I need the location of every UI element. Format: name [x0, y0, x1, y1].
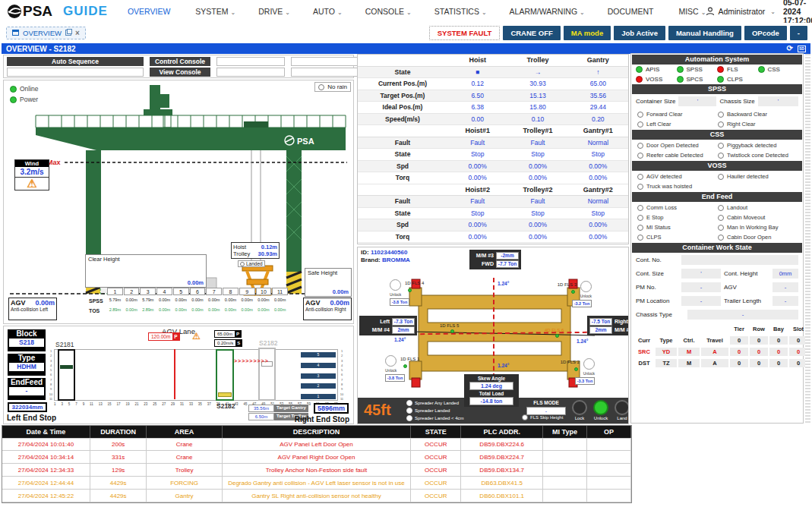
radio-item[interactable]: Cabin Door Open — [718, 234, 797, 241]
nav-item[interactable]: MISC⌄ — [678, 7, 706, 16]
tos-height: 0.00m — [256, 307, 272, 312]
display-icon[interactable]: SD — [798, 46, 806, 52]
user-icon — [706, 7, 715, 16]
corner-post — [409, 361, 422, 379]
radio-item[interactable]: Piggyback detected — [718, 142, 797, 149]
user-menu[interactable]: Administrator ⌄ — [706, 7, 776, 16]
alarm-column-header: MI Type — [543, 426, 587, 439]
radio-item[interactable]: Right Clear — [718, 121, 797, 128]
skew-angle-marker: 1.24° — [498, 281, 509, 286]
view-console-button[interactable]: View Console — [150, 68, 210, 77]
status-button[interactable]: SYSTEM FAULT — [429, 26, 501, 40]
auto-sequence-button[interactable]: Auto Sequence — [7, 57, 144, 66]
left-end-stop-label: Left End Stop — [7, 414, 56, 422]
nav-item[interactable]: ALARM/WARNING⌄ — [510, 7, 585, 16]
tos-height: 0.00m — [156, 307, 172, 312]
skew-angle-marker: 1.24° — [498, 363, 509, 368]
tos-row-label: TOS — [89, 308, 100, 313]
alarm-column-header: STATE — [411, 426, 461, 439]
radio-item[interactable]: AGV detected — [637, 173, 716, 180]
refresh-icon[interactable]: ⟳ — [787, 45, 793, 52]
cont-no-row: Cont. No. — [631, 253, 803, 266]
radio-item[interactable]: Man In Working Bay — [718, 224, 797, 231]
alarm-column-header: DESCRIPTION — [223, 426, 411, 439]
cont-size-value: ' — [681, 269, 721, 279]
chevron-down-icon: ⌄ — [482, 9, 487, 16]
unlock-button[interactable] — [593, 400, 608, 415]
twistlock-tl: 1D FLS 4 Unlock -3.8 Ton — [390, 279, 409, 306]
lock-button[interactable] — [572, 400, 587, 415]
console-field-1[interactable] — [216, 57, 285, 66]
twistlock-bl: 1D FLS 1 Unlock -3.8 Ton — [385, 355, 405, 382]
table-row: Torq 0.00% 0.00% 0.00% — [358, 172, 628, 184]
spreader-radio[interactable]: Spreader Landed — [406, 408, 464, 414]
radio-item[interactable]: Forward Clear — [637, 111, 716, 118]
voss-header: VOSS — [632, 161, 802, 171]
slot-number: 4 — [156, 288, 172, 295]
spreader-landed-radios: Spreader Any LandedSpreader LandedSpread… — [406, 400, 464, 421]
console-field-2[interactable] — [291, 57, 361, 66]
status-button[interactable]: OPcode — [744, 26, 787, 40]
status-button[interactable]: MA mode — [564, 26, 611, 40]
status-button[interactable]: CRANE OFF — [503, 26, 560, 40]
console-field-3[interactable] — [7, 68, 144, 77]
nav-item[interactable]: DOCUMENT — [608, 7, 656, 16]
nav-item[interactable]: CONSOLE⌄ — [365, 7, 412, 16]
table-row: State Stop Stop Stop — [358, 208, 628, 220]
nav-item[interactable]: STATISTICS⌄ — [434, 7, 487, 16]
alarm-row[interactable]: 27/04/2024 12:44:44 4429s FORCING Degrad… — [2, 477, 631, 490]
spreader-radio[interactable]: Spreader Landed < 4cm — [406, 415, 464, 421]
scrollbar[interactable] — [805, 54, 810, 424]
skew-angle-marker: 1.24° — [577, 339, 588, 344]
control-console-button[interactable]: Control Console — [150, 57, 210, 66]
radio-item[interactable]: Landout — [718, 204, 797, 211]
spreader-radio[interactable]: Spreader Any Landed — [406, 400, 464, 406]
fls-ml-label: 1D FLS 5 — [440, 323, 459, 328]
cont-no-value[interactable] — [681, 255, 798, 265]
land-button[interactable] — [615, 400, 629, 415]
radio-item[interactable]: MI Status — [637, 224, 716, 231]
status-button[interactable]: Job Active — [614, 26, 665, 40]
status-button[interactable]: Manual Handling — [668, 26, 741, 40]
alarm-row[interactable]: 27/04/2024 12:34:33 129s Trolley Trolley… — [2, 464, 631, 477]
spss-heights: 5.79m0.00m5.79m0.00m0.00m0.00m0.00m0.00m… — [107, 298, 288, 302]
trolley-position: 30.93m — [258, 250, 277, 257]
radio-item[interactable]: Left Clear — [637, 121, 716, 128]
nav-item[interactable]: DRIVE⌄ — [258, 7, 290, 16]
status-led — [677, 66, 684, 73]
radio-item[interactable]: Comm Loss — [637, 204, 716, 211]
nav-item[interactable]: AUTO⌄ — [313, 7, 343, 16]
tab-overview[interactable]: OVERVIEW × — [6, 27, 86, 39]
status-button[interactable]: - — [790, 26, 807, 40]
radio-item[interactable]: Truck was hoisted — [637, 183, 716, 190]
radio-item[interactable]: E Stop — [637, 214, 716, 221]
radio-item[interactable]: Door Open Detected — [637, 142, 716, 149]
css-radios: Door Open DetectedPiggyback detectedReef… — [631, 140, 803, 161]
alarm-row[interactable]: 27/04/2024 10:34:14 331s Crane AGV Panel… — [2, 451, 631, 464]
radio-item[interactable]: Haulier detected — [718, 173, 797, 180]
fls-skip-height[interactable]: FLS Skip Height — [522, 414, 563, 420]
close-icon[interactable]: × — [75, 29, 80, 37]
alarm-row[interactable]: 27/04/2024 12:45:22 4429s Gantry Gantry … — [2, 490, 631, 502]
psa-logo: PSA — [6, 3, 52, 20]
nav-item[interactable]: OVERVIEW — [128, 7, 172, 16]
radio-item[interactable]: CLPS — [637, 234, 716, 241]
warning-icon: ⚠ — [15, 178, 49, 190]
spss-row-label: SPSS — [89, 298, 103, 304]
automation-led-item: APIS — [636, 66, 677, 73]
chevron-down-icon: ⌄ — [770, 8, 776, 15]
alarm-row[interactable]: 27/04/2024 10:01:40 200s Crane AGV Panel… — [2, 438, 631, 451]
radio-item[interactable]: Reefer cable Detected — [637, 152, 716, 159]
console-field-5[interactable] — [291, 68, 361, 77]
landed-radio[interactable] — [240, 262, 245, 266]
spss-sizes: Container Size ' Chassis Size ' — [631, 94, 803, 109]
corner-load: -3.8 Ton — [390, 298, 409, 306]
nav-item[interactable]: SYSTEM⌄ — [195, 7, 235, 16]
slot-number: 9 — [239, 288, 255, 295]
radio-item[interactable]: Backward Clear — [718, 111, 797, 118]
radio-item[interactable]: Twistlock cone Detected — [718, 152, 797, 159]
radio-item[interactable]: Cabin Moveout — [718, 214, 797, 221]
console-field-4[interactable] — [216, 68, 285, 77]
popout-icon[interactable] — [65, 30, 71, 36]
container-work-state-header: Container Work State — [632, 243, 802, 253]
